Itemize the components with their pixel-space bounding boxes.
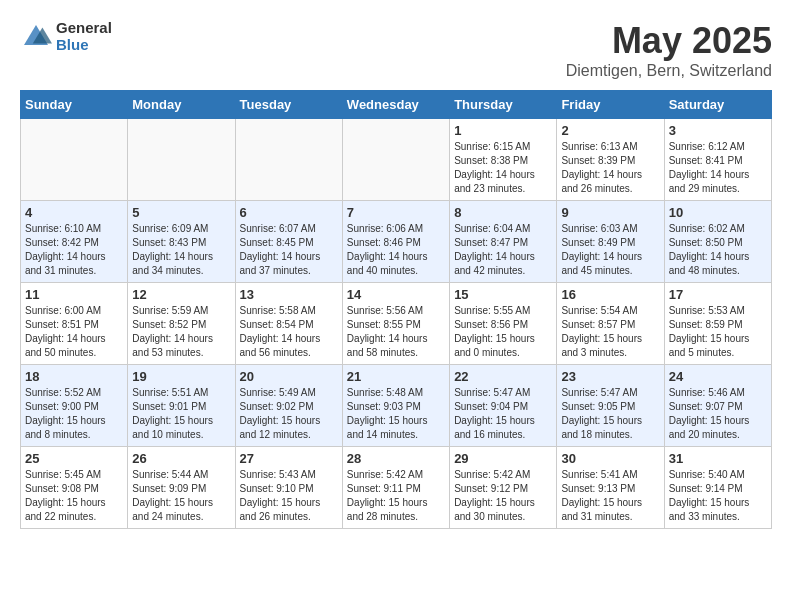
day-number: 7 <box>347 205 445 220</box>
day-info: Sunrise: 5:56 AM Sunset: 8:55 PM Dayligh… <box>347 304 445 360</box>
logo-icon <box>20 21 52 53</box>
day-number: 28 <box>347 451 445 466</box>
day-info: Sunrise: 5:47 AM Sunset: 9:05 PM Dayligh… <box>561 386 659 442</box>
day-info: Sunrise: 5:45 AM Sunset: 9:08 PM Dayligh… <box>25 468 123 524</box>
day-info: Sunrise: 5:48 AM Sunset: 9:03 PM Dayligh… <box>347 386 445 442</box>
calendar-cell: 13Sunrise: 5:58 AM Sunset: 8:54 PM Dayli… <box>235 283 342 365</box>
calendar-cell: 2Sunrise: 6:13 AM Sunset: 8:39 PM Daylig… <box>557 119 664 201</box>
calendar-week-row: 25Sunrise: 5:45 AM Sunset: 9:08 PM Dayli… <box>21 447 772 529</box>
calendar-week-row: 11Sunrise: 6:00 AM Sunset: 8:51 PM Dayli… <box>21 283 772 365</box>
calendar-cell: 21Sunrise: 5:48 AM Sunset: 9:03 PM Dayli… <box>342 365 449 447</box>
calendar-cell <box>21 119 128 201</box>
day-info: Sunrise: 5:43 AM Sunset: 9:10 PM Dayligh… <box>240 468 338 524</box>
calendar-cell: 29Sunrise: 5:42 AM Sunset: 9:12 PM Dayli… <box>450 447 557 529</box>
day-info: Sunrise: 6:12 AM Sunset: 8:41 PM Dayligh… <box>669 140 767 196</box>
day-number: 8 <box>454 205 552 220</box>
calendar-cell <box>342 119 449 201</box>
calendar-cell: 22Sunrise: 5:47 AM Sunset: 9:04 PM Dayli… <box>450 365 557 447</box>
col-header-monday: Monday <box>128 91 235 119</box>
calendar-cell: 8Sunrise: 6:04 AM Sunset: 8:47 PM Daylig… <box>450 201 557 283</box>
day-info: Sunrise: 5:52 AM Sunset: 9:00 PM Dayligh… <box>25 386 123 442</box>
col-header-sunday: Sunday <box>21 91 128 119</box>
calendar-cell: 31Sunrise: 5:40 AM Sunset: 9:14 PM Dayli… <box>664 447 771 529</box>
day-number: 17 <box>669 287 767 302</box>
day-info: Sunrise: 6:02 AM Sunset: 8:50 PM Dayligh… <box>669 222 767 278</box>
day-info: Sunrise: 5:42 AM Sunset: 9:11 PM Dayligh… <box>347 468 445 524</box>
day-number: 22 <box>454 369 552 384</box>
calendar-cell: 20Sunrise: 5:49 AM Sunset: 9:02 PM Dayli… <box>235 365 342 447</box>
day-info: Sunrise: 5:58 AM Sunset: 8:54 PM Dayligh… <box>240 304 338 360</box>
col-header-thursday: Thursday <box>450 91 557 119</box>
day-number: 30 <box>561 451 659 466</box>
day-info: Sunrise: 5:49 AM Sunset: 9:02 PM Dayligh… <box>240 386 338 442</box>
day-number: 31 <box>669 451 767 466</box>
calendar-cell: 9Sunrise: 6:03 AM Sunset: 8:49 PM Daylig… <box>557 201 664 283</box>
col-header-saturday: Saturday <box>664 91 771 119</box>
calendar-cell: 27Sunrise: 5:43 AM Sunset: 9:10 PM Dayli… <box>235 447 342 529</box>
calendar-cell: 14Sunrise: 5:56 AM Sunset: 8:55 PM Dayli… <box>342 283 449 365</box>
day-number: 4 <box>25 205 123 220</box>
calendar-cell: 25Sunrise: 5:45 AM Sunset: 9:08 PM Dayli… <box>21 447 128 529</box>
calendar-cell: 15Sunrise: 5:55 AM Sunset: 8:56 PM Dayli… <box>450 283 557 365</box>
day-info: Sunrise: 5:53 AM Sunset: 8:59 PM Dayligh… <box>669 304 767 360</box>
day-info: Sunrise: 5:46 AM Sunset: 9:07 PM Dayligh… <box>669 386 767 442</box>
col-header-tuesday: Tuesday <box>235 91 342 119</box>
day-number: 25 <box>25 451 123 466</box>
day-info: Sunrise: 6:09 AM Sunset: 8:43 PM Dayligh… <box>132 222 230 278</box>
calendar-cell: 5Sunrise: 6:09 AM Sunset: 8:43 PM Daylig… <box>128 201 235 283</box>
col-header-wednesday: Wednesday <box>342 91 449 119</box>
logo-blue-text: Blue <box>56 36 89 53</box>
day-number: 21 <box>347 369 445 384</box>
day-info: Sunrise: 6:10 AM Sunset: 8:42 PM Dayligh… <box>25 222 123 278</box>
logo-general-text: General <box>56 19 112 36</box>
calendar-cell: 18Sunrise: 5:52 AM Sunset: 9:00 PM Dayli… <box>21 365 128 447</box>
calendar-week-row: 4Sunrise: 6:10 AM Sunset: 8:42 PM Daylig… <box>21 201 772 283</box>
calendar-cell: 7Sunrise: 6:06 AM Sunset: 8:46 PM Daylig… <box>342 201 449 283</box>
day-number: 16 <box>561 287 659 302</box>
day-info: Sunrise: 6:00 AM Sunset: 8:51 PM Dayligh… <box>25 304 123 360</box>
day-info: Sunrise: 5:59 AM Sunset: 8:52 PM Dayligh… <box>132 304 230 360</box>
calendar-table: SundayMondayTuesdayWednesdayThursdayFrid… <box>20 90 772 529</box>
day-number: 12 <box>132 287 230 302</box>
calendar-cell: 30Sunrise: 5:41 AM Sunset: 9:13 PM Dayli… <box>557 447 664 529</box>
calendar-week-row: 18Sunrise: 5:52 AM Sunset: 9:00 PM Dayli… <box>21 365 772 447</box>
day-number: 6 <box>240 205 338 220</box>
day-number: 15 <box>454 287 552 302</box>
day-info: Sunrise: 5:42 AM Sunset: 9:12 PM Dayligh… <box>454 468 552 524</box>
day-number: 27 <box>240 451 338 466</box>
day-info: Sunrise: 6:07 AM Sunset: 8:45 PM Dayligh… <box>240 222 338 278</box>
calendar-header-row: SundayMondayTuesdayWednesdayThursdayFrid… <box>21 91 772 119</box>
day-info: Sunrise: 6:15 AM Sunset: 8:38 PM Dayligh… <box>454 140 552 196</box>
day-info: Sunrise: 5:41 AM Sunset: 9:13 PM Dayligh… <box>561 468 659 524</box>
col-header-friday: Friday <box>557 91 664 119</box>
title-block: May 2025 Diemtigen, Bern, Switzerland <box>566 20 772 80</box>
calendar-cell: 23Sunrise: 5:47 AM Sunset: 9:05 PM Dayli… <box>557 365 664 447</box>
page-header: General Blue May 2025 Diemtigen, Bern, S… <box>20 20 772 80</box>
calendar-cell: 1Sunrise: 6:15 AM Sunset: 8:38 PM Daylig… <box>450 119 557 201</box>
day-number: 24 <box>669 369 767 384</box>
calendar-cell: 24Sunrise: 5:46 AM Sunset: 9:07 PM Dayli… <box>664 365 771 447</box>
day-info: Sunrise: 5:40 AM Sunset: 9:14 PM Dayligh… <box>669 468 767 524</box>
day-number: 14 <box>347 287 445 302</box>
day-number: 19 <box>132 369 230 384</box>
day-info: Sunrise: 6:13 AM Sunset: 8:39 PM Dayligh… <box>561 140 659 196</box>
day-number: 26 <box>132 451 230 466</box>
day-info: Sunrise: 5:55 AM Sunset: 8:56 PM Dayligh… <box>454 304 552 360</box>
calendar-cell: 17Sunrise: 5:53 AM Sunset: 8:59 PM Dayli… <box>664 283 771 365</box>
day-number: 13 <box>240 287 338 302</box>
logo-text: General Blue <box>56 20 112 53</box>
calendar-cell: 16Sunrise: 5:54 AM Sunset: 8:57 PM Dayli… <box>557 283 664 365</box>
day-number: 9 <box>561 205 659 220</box>
month-title: May 2025 <box>566 20 772 62</box>
calendar-cell: 10Sunrise: 6:02 AM Sunset: 8:50 PM Dayli… <box>664 201 771 283</box>
day-number: 3 <box>669 123 767 138</box>
calendar-week-row: 1Sunrise: 6:15 AM Sunset: 8:38 PM Daylig… <box>21 119 772 201</box>
calendar-cell: 19Sunrise: 5:51 AM Sunset: 9:01 PM Dayli… <box>128 365 235 447</box>
calendar-cell: 3Sunrise: 6:12 AM Sunset: 8:41 PM Daylig… <box>664 119 771 201</box>
day-info: Sunrise: 5:54 AM Sunset: 8:57 PM Dayligh… <box>561 304 659 360</box>
location-subtitle: Diemtigen, Bern, Switzerland <box>566 62 772 80</box>
day-info: Sunrise: 6:04 AM Sunset: 8:47 PM Dayligh… <box>454 222 552 278</box>
calendar-cell <box>128 119 235 201</box>
calendar-cell <box>235 119 342 201</box>
day-number: 1 <box>454 123 552 138</box>
